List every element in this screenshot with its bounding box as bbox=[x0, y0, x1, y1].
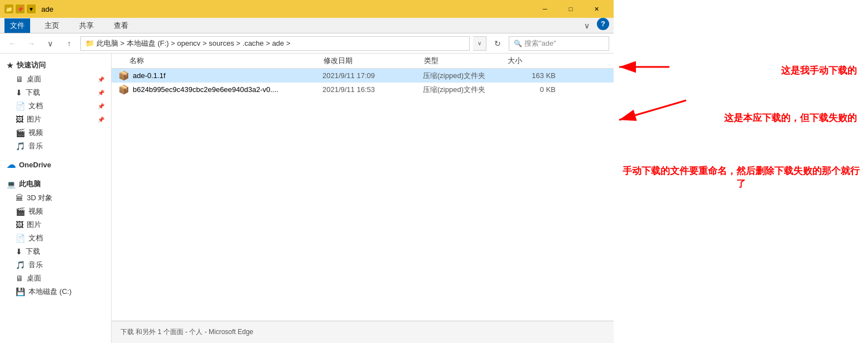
file-size-2: 0 KB bbox=[507, 85, 562, 94]
file-size-1: 163 KB bbox=[507, 71, 562, 80]
back-button[interactable]: ← bbox=[4, 36, 20, 51]
col-header-type[interactable]: 类型 bbox=[424, 56, 508, 66]
sidebar-item-videos[interactable]: 🎬 视频 bbox=[0, 126, 111, 139]
window-controls: ─ □ ✕ bbox=[532, 0, 609, 18]
sidebar-3d-label: 3D 对象 bbox=[27, 193, 52, 203]
sidebar-music2-label: 音乐 bbox=[28, 260, 43, 270]
sidebar-item-music[interactable]: 🎵 音乐 bbox=[0, 139, 111, 153]
sidebar-item-music2[interactable]: 🎵 音乐 bbox=[0, 258, 111, 272]
music2-icon: 🎵 bbox=[16, 260, 25, 269]
download-icon: ⬇ bbox=[16, 88, 22, 97]
quick-access-icon: ★ bbox=[7, 61, 13, 70]
file-type-2: 压缩(zipped)文件夹 bbox=[423, 85, 507, 95]
col-header-size[interactable]: 大小 bbox=[508, 56, 563, 66]
annotation-bottom: 这是本应下载的，但下载失败的 bbox=[724, 112, 857, 124]
ribbon-tab-share[interactable]: 共享 bbox=[74, 18, 99, 33]
sidebar-item-pictures[interactable]: 🖼 图片 📌 bbox=[0, 113, 111, 126]
sidebar-item-desktop[interactable]: 🖥 桌面 📌 bbox=[0, 73, 111, 86]
ribbon-tab-home[interactable]: 主页 bbox=[39, 18, 65, 33]
forward-button[interactable]: → bbox=[23, 36, 39, 51]
help-button[interactable]: ? bbox=[597, 18, 609, 30]
desktop2-icon: 🖥 bbox=[16, 274, 23, 283]
window-title: ade bbox=[39, 5, 529, 13]
file-row-1[interactable]: 📦 ade-0.1.1f 2021/9/11 17:09 压缩(zipped)文… bbox=[112, 69, 614, 83]
onedrive-header[interactable]: ☁ OneDrive bbox=[0, 157, 111, 172]
this-pc-header[interactable]: 💻 此电脑 bbox=[0, 177, 111, 191]
bottom-download-bar: 下载 和另外 1 个面面 - 个人 - Microsoft Edge bbox=[112, 321, 614, 343]
pictures-icon: 🖼 bbox=[16, 115, 23, 124]
search-box[interactable]: 🔍 搜索"ade" bbox=[509, 36, 609, 51]
address-path[interactable]: 📁 此电脑 > 本地磁盘 (F:) > opencv > sources > .… bbox=[80, 36, 470, 51]
quick-access-header[interactable]: ★ 快速访问 bbox=[0, 58, 111, 73]
address-path-text: 此电脑 > 本地磁盘 (F:) > opencv > sources > .ca… bbox=[97, 38, 291, 49]
ribbon-tab-file[interactable]: 文件 bbox=[4, 18, 30, 33]
videos2-icon: 🎬 bbox=[16, 207, 25, 216]
sidebar-item-docs[interactable]: 📄 文档 📌 bbox=[0, 99, 111, 113]
sidebar-videos2-label: 视频 bbox=[28, 206, 43, 216]
pictures2-icon: 🖼 bbox=[16, 220, 23, 229]
arrow-to-row1 bbox=[614, 50, 703, 95]
path-folder-icon: 📁 bbox=[85, 39, 94, 47]
ribbon-chevron-button[interactable]: ∨ bbox=[579, 18, 595, 33]
sidebar-item-pictures2[interactable]: 🖼 图片 bbox=[0, 218, 111, 231]
file-name-1: ade-0.1.1f bbox=[133, 71, 322, 80]
file-row-2[interactable]: 📦 b624b995ec9c439cbc2e9e6ee940d3a2-v0...… bbox=[112, 83, 614, 96]
title-bar-icons: 📁 📌 ▼ bbox=[4, 4, 36, 13]
file-date-2: 2021/9/11 16:53 bbox=[322, 85, 423, 94]
pin-icon-pictures: 📌 bbox=[98, 117, 104, 123]
sidebar-item-downloads2[interactable]: ⬇ 下载 bbox=[0, 245, 111, 258]
search-icon: 🔍 bbox=[514, 40, 522, 47]
sidebar-docs2-label: 文档 bbox=[28, 233, 43, 243]
music-icon: 🎵 bbox=[16, 142, 25, 151]
quick-access-label: 快速访问 bbox=[17, 60, 46, 70]
refresh-button[interactable]: ↻ bbox=[490, 36, 505, 51]
ribbon: 文件 主页 共享 查看 ∨ ? bbox=[0, 18, 614, 33]
sidebar-pictures-label: 图片 bbox=[27, 114, 41, 124]
sidebar-item-3d[interactable]: 🏛 3D 对象 bbox=[0, 191, 111, 205]
sidebar-item-local-c[interactable]: 💾 本地磁盘 (C:) bbox=[0, 285, 111, 298]
sidebar-item-videos2[interactable]: 🎬 视频 bbox=[0, 205, 111, 218]
sidebar-item-docs2[interactable]: 📄 文档 bbox=[0, 231, 111, 245]
sidebar: ★ 快速访问 🖥 桌面 📌 ⬇ 下载 📌 📄 文档 📌 🖼 图片 � bbox=[0, 54, 112, 343]
desktop-icon: 🖥 bbox=[16, 75, 23, 84]
annotation-center: 手动下载的文件要重命名，然后删除下载失败的那个就行了 bbox=[619, 165, 862, 190]
title-bar: 📁 📌 ▼ ade ─ □ ✕ bbox=[0, 0, 614, 18]
zip-icon-1: 📦 bbox=[118, 70, 129, 81]
sidebar-pictures2-label: 图片 bbox=[27, 220, 41, 230]
ribbon-tab-view[interactable]: 查看 bbox=[108, 18, 134, 33]
file-list: 名称 修改日期 类型 大小 📦 ade-0.1.1f 2021/9/11 17:… bbox=[112, 54, 614, 343]
col-header-date[interactable]: 修改日期 bbox=[324, 56, 424, 66]
file-date-1: 2021/9/11 17:09 bbox=[322, 71, 423, 80]
docs-icon: 📄 bbox=[16, 102, 25, 110]
recent-locations-button[interactable]: ∨ bbox=[42, 36, 58, 51]
sidebar-desktop2-label: 桌面 bbox=[27, 273, 41, 283]
sidebar-local-c-label: 本地磁盘 (C:) bbox=[28, 287, 71, 297]
annotation-top: 这是我手动下载的 bbox=[781, 64, 857, 77]
pin-icon-docs: 📌 bbox=[98, 103, 104, 109]
file-name-2: b624b995ec9c439cbc2e9e6ee940d3a2-v0.... bbox=[133, 85, 322, 94]
address-dropdown-button[interactable]: ∨ bbox=[473, 36, 486, 51]
minimize-button[interactable]: ─ bbox=[532, 0, 558, 18]
sidebar-item-desktop2[interactable]: 🖥 桌面 bbox=[0, 272, 111, 285]
svg-line-3 bbox=[619, 100, 686, 120]
annotation-panel: 这是我手动下载的 这是本应下载的，但下载失败的 手动下载的文件要重命名，然后删除… bbox=[614, 0, 868, 343]
up-button[interactable]: ↑ bbox=[61, 36, 77, 51]
file-type-1: 压缩(zipped)文件夹 bbox=[423, 71, 507, 81]
onedrive-icon: ☁ bbox=[7, 160, 16, 170]
sidebar-videos-label: 视频 bbox=[28, 128, 43, 138]
sidebar-docs-label: 文档 bbox=[28, 101, 43, 111]
pin-icon: 📌 bbox=[16, 4, 25, 13]
sidebar-downloads2-label: 下载 bbox=[26, 247, 40, 257]
pin-icon-downloads: 📌 bbox=[98, 90, 104, 96]
sidebar-music-label: 音乐 bbox=[28, 141, 43, 151]
docs2-icon: 📄 bbox=[16, 234, 25, 243]
maximize-button[interactable]: □ bbox=[558, 0, 584, 18]
bottom-bar-text: 下载 和另外 1 个面面 - 个人 - Microsoft Edge bbox=[120, 327, 253, 337]
downloads2-icon: ⬇ bbox=[16, 247, 22, 256]
videos-icon: 🎬 bbox=[16, 128, 25, 137]
pin-icon-desktop: 📌 bbox=[98, 76, 104, 83]
sidebar-item-downloads[interactable]: ⬇ 下载 📌 bbox=[0, 86, 111, 99]
zip-icon-2: 📦 bbox=[118, 84, 129, 95]
col-header-name[interactable]: 名称 bbox=[112, 56, 324, 66]
close-button[interactable]: ✕ bbox=[584, 0, 609, 18]
